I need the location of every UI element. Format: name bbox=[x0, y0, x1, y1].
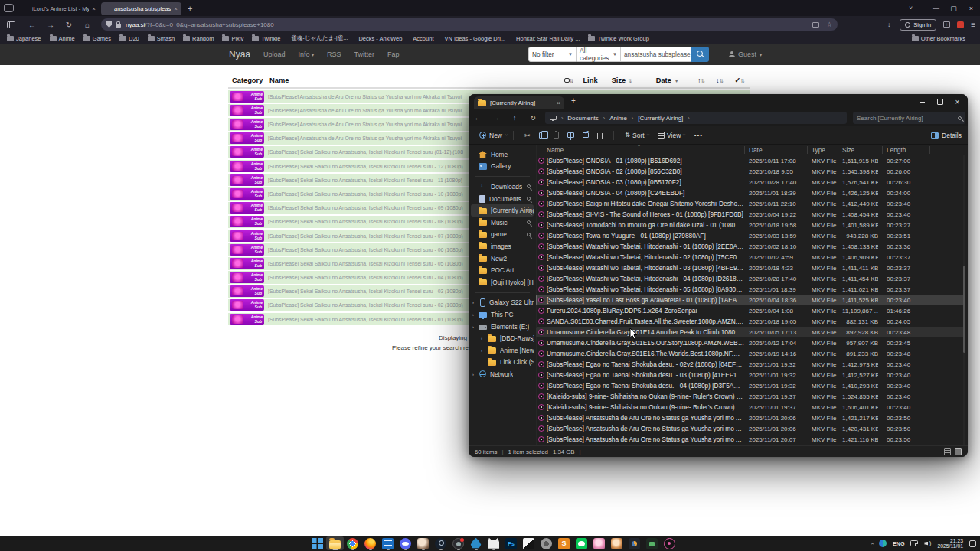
col-leechers[interactable]: ↓⇅ bbox=[710, 77, 729, 84]
torrent-name-link[interactable]: [SubsPlease] Ansatsusha de Aru Ore no St… bbox=[264, 108, 462, 113]
sidebar-item[interactable]: › Network bbox=[471, 368, 534, 380]
file-row[interactable]: [SubsPlease] Saigo ni Hitotsu dake Onega… bbox=[536, 198, 965, 209]
sidebar-item[interactable]: Gallery bbox=[471, 161, 534, 173]
paste-icon[interactable] bbox=[554, 132, 559, 139]
taskbar-app-icon[interactable] bbox=[379, 536, 397, 550]
forward-icon[interactable]: → bbox=[487, 114, 505, 122]
file-row[interactable]: [SubsPlease] Ansatsusha de Aru Ore no St… bbox=[536, 423, 965, 434]
bookmark-item[interactable]: Games bbox=[83, 35, 111, 42]
bookmark-item[interactable]: Account bbox=[410, 35, 433, 42]
tracking-shield-icon[interactable] bbox=[106, 21, 112, 28]
file-row[interactable]: [SubsPlease] GNOSIA - 02 (1080p) [856C32… bbox=[536, 166, 965, 177]
sidebar-item[interactable]: › Galaxy S22 Ultra bbox=[471, 297, 534, 309]
file-row[interactable]: [SubsPlease] GNOSIA - 01 (1080p) [B516D6… bbox=[536, 155, 965, 166]
cut-icon[interactable]: ✂ bbox=[524, 132, 531, 139]
sidebar-toggle-icon[interactable] bbox=[7, 21, 15, 28]
sidebar-item[interactable]: › [DBD-Raws][花牌 bbox=[471, 332, 534, 344]
category-badge[interactable]: AnimeSub bbox=[230, 258, 264, 269]
col-type[interactable]: Type bbox=[812, 146, 825, 154]
category-badge[interactable]: AnimeSub bbox=[230, 299, 264, 311]
new-button[interactable]: New› bbox=[479, 132, 507, 139]
torrent-name-link[interactable]: [SubsPlease] Sekai Saikou no Ansatsusha,… bbox=[264, 261, 463, 266]
bookmark-star-icon[interactable]: ☆ bbox=[826, 21, 832, 28]
category-badge[interactable]: AnimeSub bbox=[230, 105, 264, 116]
torrent-name-link[interactable]: [SubsPlease] Ansatsusha de Aru Ore no St… bbox=[264, 94, 462, 99]
chevron-icon[interactable]: › bbox=[472, 372, 474, 377]
sidebar-item[interactable]: images bbox=[471, 240, 534, 253]
taskbar-app-icon[interactable] bbox=[485, 536, 502, 550]
details-button[interactable]: Details bbox=[931, 132, 962, 139]
bookmark-item[interactable]: Pixiv bbox=[222, 35, 243, 42]
file-list-scrollbar[interactable] bbox=[963, 155, 965, 445]
chevron-icon[interactable]: › bbox=[481, 348, 482, 353]
extensions-icon[interactable]: ↑ bbox=[943, 21, 950, 28]
sidebar-item[interactable]: Downloads bbox=[471, 181, 534, 193]
nav-info[interactable]: Info ▾ bbox=[299, 51, 315, 58]
taskbar-app-icon[interactable] bbox=[626, 536, 643, 550]
bookmark-item[interactable]: Twinkle bbox=[252, 35, 280, 42]
file-row[interactable]: Umamusume.Cinderella.Gray.S01E14.Another… bbox=[536, 327, 965, 337]
view-button[interactable]: View› bbox=[658, 132, 685, 139]
nav-rss[interactable]: RSS bbox=[327, 51, 341, 58]
file-row[interactable]: [SubsPlease] Egao no Taenai Shokuba desu… bbox=[536, 380, 965, 391]
bookmark-item[interactable]: 雀魂-じゃんたま-|雀... bbox=[289, 34, 348, 42]
notification-icon[interactable] bbox=[969, 540, 976, 547]
file-row[interactable]: Fureru.2024.1080p.BluRay.DDP5.1.x264-Zor… bbox=[536, 305, 965, 316]
category-badge[interactable]: AnimeSub bbox=[230, 244, 264, 256]
torrent-name-link[interactable]: [SubsPlease] Sekai Saikou no Ansatsusha,… bbox=[264, 164, 463, 169]
file-row[interactable]: [SubsPlease] Tomodachi no Imouto ga Ore … bbox=[536, 220, 965, 230]
chevron-icon[interactable]: › bbox=[472, 312, 474, 317]
col-date[interactable]: Date bbox=[749, 146, 763, 154]
taskbar-app-icon[interactable] bbox=[309, 536, 326, 550]
chevron-icon[interactable]: › bbox=[472, 324, 474, 329]
torrent-name-link[interactable]: [SubsPlease] Sekai Saikou no Ansatsusha,… bbox=[264, 289, 463, 294]
file-row[interactable]: [SubsPlease] Watashi wo Tabetai, Hitoden… bbox=[536, 241, 965, 252]
file-row[interactable]: [SubsPlease] Egao no Taenai Shokuba desu… bbox=[536, 359, 965, 370]
sidebar-item[interactable]: New2 bbox=[471, 253, 534, 265]
file-row[interactable]: [SubsPlease] Watashi wo Tabetai, Hitoden… bbox=[536, 262, 965, 273]
bookmark-item[interactable]: Decks - AnkiWeb bbox=[356, 35, 402, 42]
maximize-icon[interactable] bbox=[931, 94, 949, 109]
firefox-view-icon[interactable] bbox=[4, 4, 14, 12]
category-badge[interactable]: AnimeSub bbox=[230, 91, 264, 103]
large-icons-view-icon[interactable] bbox=[955, 448, 962, 455]
taskbar-app-icon[interactable] bbox=[467, 536, 485, 550]
file-row[interactable]: Umamusume.Cinderella.Gray.S01E15.Our.Sto… bbox=[536, 337, 965, 348]
taskbar-app-icon[interactable] bbox=[520, 536, 537, 550]
bookmark-item[interactable]: Random bbox=[183, 35, 214, 42]
list-all-tabs-icon[interactable]: ˅ bbox=[909, 0, 913, 16]
lock-icon[interactable] bbox=[116, 24, 121, 28]
close-icon[interactable]: × bbox=[962, 5, 980, 12]
explorer-new-tab-icon[interactable]: + bbox=[571, 96, 576, 105]
up-icon[interactable]: ↑ bbox=[505, 114, 524, 122]
nav-fap[interactable]: Fap bbox=[387, 51, 400, 58]
explorer-search-input[interactable]: Search [Currently Airing] bbox=[853, 112, 965, 124]
file-row[interactable]: [SubsPlease] Egao no Taenai Shokuba desu… bbox=[536, 370, 965, 380]
file-row[interactable]: [SubsPlease] Ansatsusha de Aru Ore no St… bbox=[536, 412, 965, 423]
category-badge[interactable]: AnimeSub bbox=[230, 216, 264, 227]
category-badge[interactable]: AnimeSub bbox=[230, 285, 264, 297]
explorer-tab[interactable]: [Currently Airing] × bbox=[474, 96, 564, 109]
taskbar-app-icon[interactable] bbox=[432, 536, 449, 550]
sidebar-item[interactable]: › Anime [Newer] bbox=[471, 344, 534, 357]
sort-button[interactable]: ⇅Sort› bbox=[625, 132, 648, 139]
torrent-name-link[interactable]: [SubsPlease] Sekai Saikou no Ansatsusha,… bbox=[264, 205, 463, 210]
file-row[interactable]: Umamusume.Cinderella.Gray.S01E16.The.Wor… bbox=[536, 348, 965, 359]
file-row[interactable]: [SubsPlease] Watashi wo Tabetai, Hitoden… bbox=[536, 252, 965, 262]
refresh-icon[interactable]: ↻ bbox=[524, 114, 542, 122]
close-icon[interactable]: × bbox=[949, 94, 966, 109]
col-link[interactable]: Link bbox=[579, 77, 602, 84]
sidebar-item[interactable]: POC Art bbox=[471, 264, 534, 276]
taskbar-app-icon[interactable] bbox=[414, 536, 432, 550]
file-row[interactable]: [SubsPlease] Watashi wo Tabetai, Hitoden… bbox=[536, 273, 965, 284]
clock[interactable]: 21:23 2025/11/01 bbox=[937, 538, 963, 549]
col-length[interactable]: Length bbox=[887, 146, 906, 154]
bookmark-item[interactable]: D20 bbox=[119, 35, 139, 42]
more-options-icon[interactable]: ••• bbox=[694, 132, 703, 139]
nav-twitter[interactable]: Twitter bbox=[354, 51, 375, 58]
back-icon[interactable]: ← bbox=[23, 21, 41, 29]
breadcrumb[interactable]: › Documents › Anime › [Currently Airing]… bbox=[545, 112, 847, 124]
file-row[interactable]: [SubsPlease] Yasei no Last Boss ga Arawa… bbox=[536, 295, 965, 305]
file-row[interactable]: [SubsPlease] GNOSIA - 03 (1080p) [0B5170… bbox=[536, 177, 965, 187]
breadcrumb-current[interactable]: [Currently Airing] bbox=[638, 115, 683, 122]
